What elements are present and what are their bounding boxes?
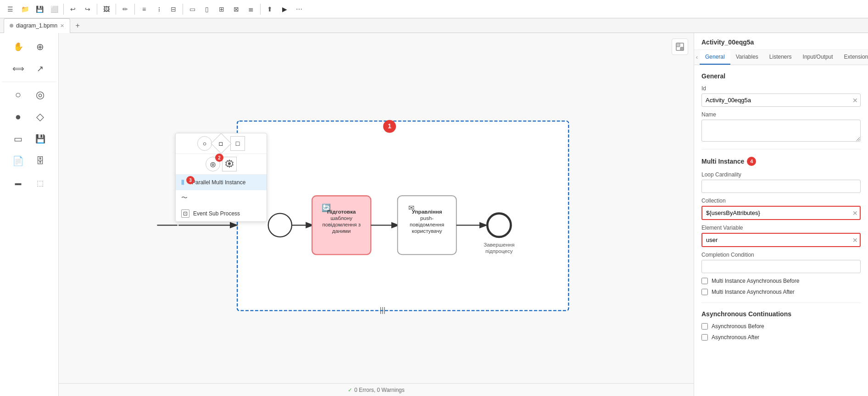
more-button[interactable]: ⋯ [293, 3, 306, 16]
element-variable-input[interactable] [701, 233, 861, 247]
ctx-event-circle[interactable]: ◎ 2 [206, 157, 220, 171]
diamond-tool[interactable]: ◇ [30, 107, 50, 127]
sep3 [116, 4, 116, 15]
undo-button[interactable]: ↩ [67, 3, 79, 16]
open-button[interactable]: 📁 [18, 3, 31, 16]
main-area: ✋ ⊕ ⟺ ↗ ○ ◎ ● ◇ ▭ 💾 📄 🗄 ▬ ⬚ [0, 33, 868, 396]
tab-extensions[interactable]: Extensions [839, 50, 868, 65]
tab-bar: diagram_1.bpmn ✕ + [0, 18, 868, 33]
circle-tool[interactable]: ○ [8, 85, 28, 105]
tool-sep-1 [2, 82, 56, 82]
hand-tool[interactable]: ✋ [8, 37, 28, 57]
id-field-wrapper: ✕ [701, 94, 861, 107]
align-right-button[interactable]: ⊟ [167, 3, 180, 16]
section-divider-2 [701, 302, 861, 303]
gear-icon [225, 160, 234, 168]
svg-text:повідомлення з: повідомлення з [322, 221, 361, 227]
svg-point-28 [228, 162, 231, 165]
group-button[interactable]: ⊠ [230, 3, 243, 16]
ctx-square[interactable]: □ [230, 136, 245, 151]
save-button[interactable]: 💾 [33, 3, 46, 16]
async-before-row: Multi Instance Asynchronous Before [701, 278, 861, 284]
tab-listeners[interactable]: Listeners [764, 50, 797, 65]
svg-text:push-: push- [420, 215, 434, 221]
ctx-diamond[interactable]: ◇ [211, 133, 231, 154]
event-sub-label: Event Sub Process [193, 210, 240, 217]
tool-row-2: ⟺ ↗ [8, 59, 50, 79]
ctx-circle[interactable]: ○ [197, 136, 212, 151]
svg-text:Завершення: Завершення [484, 242, 514, 248]
canvas-area[interactable]: 1 ||| 🔄 Підготовка шаблону повідомлення … [59, 33, 694, 396]
cont-async-before-checkbox[interactable] [701, 323, 708, 330]
collection-label: Collection [701, 198, 861, 204]
wave-icon: 〜 [181, 194, 188, 202]
rect-tool[interactable]: ▭ [8, 129, 28, 149]
id-field-label: Id [701, 85, 861, 92]
sep2 [97, 4, 97, 15]
collection-clear-icon[interactable]: ✕ [852, 209, 858, 217]
svg-text:|||: ||| [380, 306, 386, 314]
dashed-rect-tool[interactable]: ⬚ [30, 173, 50, 193]
ctx-event-sub-item[interactable]: ⊡ Event Sub Process [176, 206, 267, 221]
async-before-checkbox[interactable] [701, 278, 708, 284]
grid-button[interactable]: ⊞ [215, 3, 228, 16]
cont-async-after-label: Asynchronous After [712, 334, 759, 341]
play-button[interactable]: ▶ [278, 3, 291, 16]
status-check-icon: ✓ [348, 387, 352, 393]
distribute-v-button[interactable]: ▯ [200, 3, 213, 16]
bold-circle-tool[interactable]: ● [8, 107, 28, 127]
ctx-parallel-item[interactable]: ⦀ 3 Parallel Multi Instance [176, 175, 267, 190]
tool-row-5: ▭ 💾 [8, 129, 50, 149]
collection-input[interactable] [701, 206, 861, 220]
ctx-gear[interactable] [222, 157, 237, 171]
tab-close-icon[interactable]: ✕ [60, 23, 64, 29]
loop-cardinality-input[interactable] [701, 180, 861, 193]
thick-circle-tool[interactable]: ◎ [30, 85, 50, 105]
status-text: 0 Errors, 0 Warnings [354, 387, 405, 393]
id-input[interactable] [701, 94, 861, 107]
map-icon [675, 42, 684, 51]
async-after-checkbox[interactable] [701, 289, 708, 295]
new-button[interactable]: ⬜ [48, 3, 61, 16]
context-menu: ○ ◇ □ ◎ 2 ⦀ [175, 133, 267, 222]
tab-general[interactable]: General [700, 50, 730, 65]
tab-variables[interactable]: Variables [730, 50, 764, 65]
event-sub-icon: ⊡ [181, 209, 189, 218]
arrow-tool[interactable]: ↗ [30, 59, 50, 79]
minimap-button[interactable] [672, 38, 688, 55]
db-tool[interactable]: 🗄 [30, 151, 50, 171]
connect-tool[interactable]: ⟺ [8, 59, 28, 79]
align-left-button[interactable]: ≡ [138, 3, 150, 16]
properties-tabs: ‹ General Variables Listeners Input/Outp… [694, 50, 868, 65]
bpmn-canvas[interactable]: 1 ||| 🔄 Підготовка шаблону повідомлення … [59, 33, 694, 396]
cont-async-after-checkbox[interactable] [701, 334, 708, 341]
doc-tool[interactable]: 📄 [8, 151, 28, 171]
svg-point-7 [268, 214, 292, 237]
loop-cardinality-label: Loop Cardinality [701, 171, 861, 178]
tab-add-button[interactable]: + [72, 20, 83, 31]
element-variable-clear-icon[interactable]: ✕ [852, 236, 858, 244]
menu-button[interactable]: ☰ [4, 3, 17, 16]
pool-tool[interactable]: ▬ [8, 173, 28, 193]
tool-row-6: 📄 🗄 [8, 151, 50, 171]
completion-condition-input[interactable] [701, 260, 861, 273]
edit-button[interactable]: ✏ [119, 3, 132, 16]
name-field-label: Name [701, 111, 861, 118]
element-variable-wrapper: ✕ [701, 233, 861, 247]
image-button[interactable]: 🖼 [100, 3, 113, 16]
upload-button[interactable]: ⬆ [263, 3, 276, 16]
save-icon-tool[interactable]: 💾 [30, 129, 50, 149]
ctx-wave-item[interactable]: 〜 [176, 190, 267, 206]
id-clear-icon[interactable]: ✕ [852, 97, 858, 104]
tab-inputoutput[interactable]: Input/Output [797, 50, 839, 65]
distribute-h-button[interactable]: ▭ [186, 3, 199, 16]
cont-async-before-row: Asynchronous Before [701, 323, 861, 330]
tabs-prev-arrow[interactable]: ‹ [694, 50, 700, 65]
list-button[interactable]: ≣ [245, 3, 257, 16]
tab-diagram[interactable]: diagram_1.bpmn ✕ [4, 18, 70, 33]
redo-button[interactable]: ↪ [81, 3, 94, 16]
create-tool[interactable]: ⊕ [30, 37, 50, 57]
name-textarea[interactable] [701, 120, 861, 142]
tool-row-3: ○ ◎ [8, 85, 50, 105]
align-center-button[interactable]: ⫶ [152, 3, 165, 16]
